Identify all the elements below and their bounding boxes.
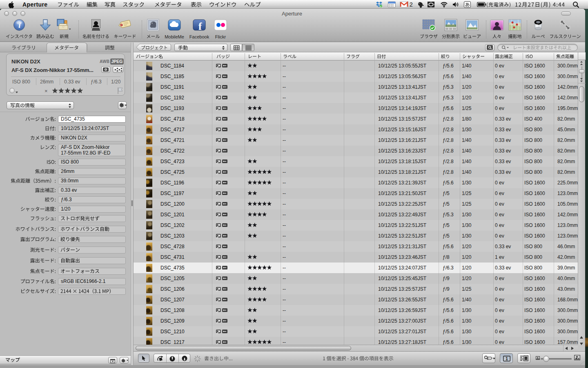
svg-text:1: 1 — [506, 357, 508, 361]
svg-text:f: f — [198, 20, 202, 31]
svg-text:i: i — [18, 21, 21, 29]
